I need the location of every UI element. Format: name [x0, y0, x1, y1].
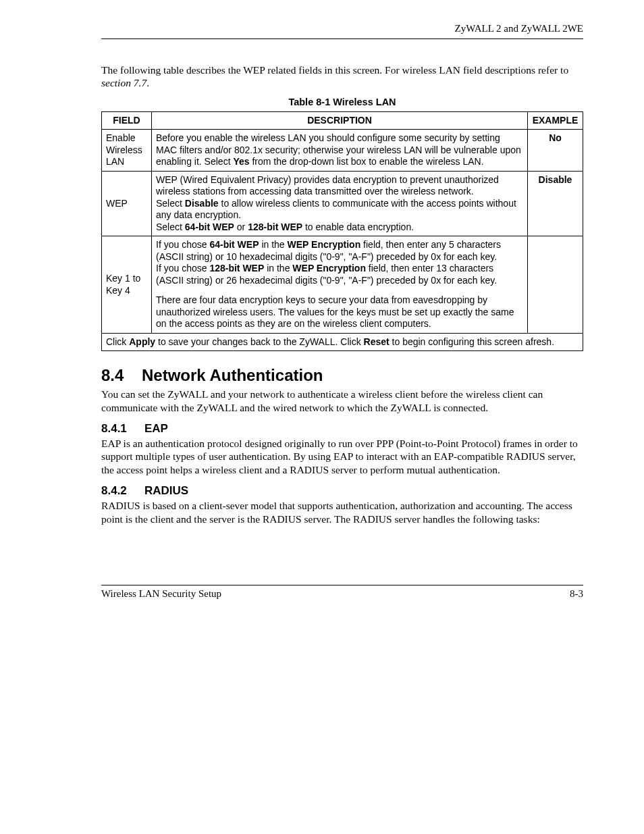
- table-footer-cell: Click Apply to save your changes back to…: [102, 333, 583, 351]
- cell-description: Before you enable the wireless LAN you s…: [152, 130, 528, 172]
- footer-page-number: 8-3: [570, 588, 583, 600]
- text: Click: [106, 336, 129, 347]
- section-title: Network Authentication: [142, 366, 323, 384]
- table-row: Key 1 to Key 4 If you chose 64-bit WEP i…: [102, 236, 583, 334]
- desc-line: Select 64-bit WEP or 128-bit WEP to enab…: [156, 221, 523, 234]
- section-number: 8.4: [101, 366, 142, 385]
- cell-field: Key 1 to Key 4: [102, 236, 152, 334]
- bold-text: Apply: [129, 336, 155, 347]
- bold-text: 128-bit WEP: [248, 221, 302, 232]
- text: to enable data encryption.: [302, 221, 414, 232]
- subsection-title: RADIUS: [144, 484, 188, 497]
- th-description: DESCRIPTION: [152, 111, 528, 130]
- subsection-title: EAP: [144, 422, 168, 435]
- intro-paragraph: The following table describes the WEP re…: [101, 63, 583, 90]
- section-body: You can set the ZyWALL and your network …: [101, 388, 583, 414]
- th-field: FIELD: [102, 111, 152, 130]
- desc-line: Select Disable to allow wireless clients…: [156, 198, 523, 221]
- page-footer: Wireless LAN Security Setup 8-3: [101, 585, 583, 600]
- bold-text: Disable: [185, 198, 219, 209]
- bold-text: 128-bit WEP: [209, 263, 264, 273]
- running-header: ZyWALL 2 and ZyWALL 2WE: [101, 23, 583, 39]
- table-row: Enable Wireless LAN Before you enable th…: [102, 130, 583, 172]
- desc-line: If you chose 64-bit WEP in the WEP Encry…: [156, 239, 523, 263]
- subsection-heading-8-4-2: 8.4.2RADIUS: [101, 484, 583, 498]
- cell-example: [528, 236, 583, 334]
- bold-text: WEP Encryption: [292, 263, 366, 273]
- text: Select: [156, 198, 185, 209]
- subsection-heading-8-4-1: 8.4.1EAP: [101, 422, 583, 436]
- cell-description: If you chose 64-bit WEP in the WEP Encry…: [152, 236, 528, 334]
- th-example: EXAMPLE: [528, 111, 583, 130]
- bold-text: Yes: [233, 156, 249, 167]
- subsection-number: 8.4.1: [101, 422, 144, 436]
- bold-text: 64-bit WEP: [185, 221, 234, 232]
- bold-text: WEP Encryption: [288, 239, 361, 250]
- text: Select: [156, 221, 185, 232]
- intro-reference: section 7.7: [101, 77, 146, 88]
- cell-field: WEP: [102, 171, 152, 236]
- desc-line: There are four data encryption keys to s…: [156, 294, 523, 330]
- cell-description: WEP (Wired Equivalent Privacy) provides …: [152, 171, 528, 236]
- intro-tail: .: [146, 77, 149, 88]
- cell-field: Enable Wireless LAN: [102, 130, 152, 172]
- text: to save your changes back to the ZyWALL.…: [155, 336, 363, 347]
- table-caption: Table 8-1 Wireless LAN: [101, 97, 583, 107]
- bold-text: Reset: [364, 336, 390, 347]
- subsection-body: RADIUS is based on a client-sever model …: [101, 499, 583, 525]
- text: from the drop-down list box to enable th…: [250, 156, 484, 167]
- desc-line: If you chose 128-bit WEP in the WEP Encr…: [156, 263, 523, 286]
- section-heading-8-4: 8.4Network Authentication: [101, 366, 583, 385]
- wep-table: FIELD DESCRIPTION EXAMPLE Enable Wireles…: [101, 111, 583, 352]
- cell-example: No: [528, 130, 583, 172]
- subsection-body: EAP is an authentication protocol design…: [101, 437, 583, 476]
- footer-left: Wireless LAN Security Setup: [101, 588, 221, 600]
- text: in the: [259, 239, 288, 250]
- bold-text: 64-bit WEP: [209, 239, 259, 250]
- subsection-number: 8.4.2: [101, 484, 144, 498]
- table-header-row: FIELD DESCRIPTION EXAMPLE: [102, 111, 583, 130]
- text: in the: [264, 263, 292, 273]
- text: to begin configuring this screen afresh.: [390, 336, 554, 347]
- table-footer-row: Click Apply to save your changes back to…: [102, 333, 583, 351]
- text: If you chose: [156, 263, 209, 273]
- intro-lead: The following table describes the WEP re…: [101, 64, 568, 76]
- cell-example: Disable: [528, 171, 583, 236]
- desc-line: WEP (Wired Equivalent Privacy) provides …: [156, 174, 523, 198]
- table-row: WEP WEP (Wired Equivalent Privacy) provi…: [102, 171, 583, 236]
- text: If you chose: [156, 239, 209, 250]
- text: or: [234, 221, 248, 232]
